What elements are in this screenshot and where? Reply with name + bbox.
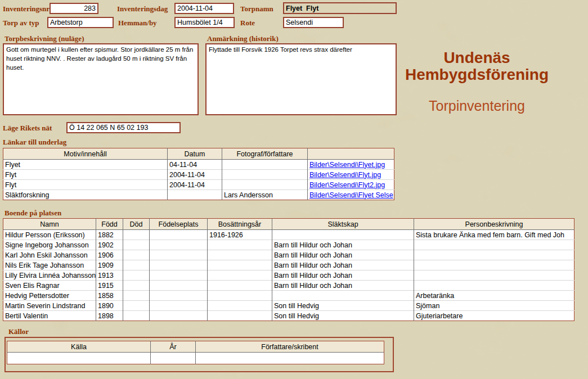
torp-av-typ-field[interactable] <box>47 17 114 28</box>
table-cell: 1909 <box>96 260 123 270</box>
torpbeskrivning-label: Torpbeskrivning (nuläge) <box>5 34 84 43</box>
table-cell <box>150 250 208 260</box>
table-cell: 1882 <box>96 230 123 240</box>
file-link[interactable]: Bilder\Selsendi\Flyet Selse <box>309 191 393 199</box>
table-cell: Bilder\Selsendi\Flyet.jpg <box>308 160 394 170</box>
table-cell <box>123 311 150 321</box>
table-cell: Barn till Hildur och Johan <box>272 270 414 281</box>
table-cell <box>208 291 272 301</box>
table-row: Flyt2004-11-04Bilder\Selsendi\Flyt.jpg <box>3 170 394 180</box>
file-link[interactable]: Bilder\Selsendi\Flyet.jpg <box>309 161 385 169</box>
anmarkning-textarea[interactable]: Flyttade till Forsvik 1926 Torpet revs s… <box>205 43 397 115</box>
table-cell: Bilder\Selsendi\Flyt2.jpg <box>308 180 394 190</box>
table-cell: 1858 <box>96 291 123 301</box>
table-row: Sven Elis Ragnar1915Barn till Hildur och… <box>3 281 574 291</box>
table-row: Martin Severin Lindstrand1890Son till He… <box>3 301 574 311</box>
table-cell: Son till Hedvig <box>272 311 414 321</box>
file-link[interactable]: Bilder\Selsendi\Flyt.jpg <box>309 171 381 179</box>
residents-section-heading: Boende på platsen <box>5 209 61 218</box>
table-row: Signe Ingeborg Johansson1902Barn till Hi… <box>3 240 574 250</box>
table-cell <box>414 240 574 250</box>
table-cell <box>414 270 574 281</box>
table-row <box>7 353 384 364</box>
table-cell <box>150 281 208 291</box>
column-header: Datum <box>168 148 222 160</box>
torpinventering-form: Inventeringsnr Inventeringsdag Torpnamn … <box>0 0 588 379</box>
table-cell: Martin Severin Lindstrand <box>3 301 96 311</box>
table-row: Flyt2004-11-04Bilder\Selsendi\Flyt2.jpg <box>3 180 394 190</box>
table-cell <box>208 260 272 270</box>
table-cell <box>150 260 208 270</box>
inventeringsdag-field[interactable] <box>174 3 234 14</box>
table-cell <box>7 353 151 364</box>
column-header: Bosättningsår <box>208 219 272 230</box>
table-cell: Lilly Elvira Linnéa Johansson <box>3 270 96 281</box>
torp-av-typ-label: Torp av typ <box>3 19 39 28</box>
inventeringsnr-label: Inventeringsnr <box>3 4 50 13</box>
table-cell <box>196 353 384 364</box>
table-cell: Barn till Hildur och Johan <box>272 240 414 250</box>
table-cell <box>222 170 308 180</box>
column-header: Författare/skribent <box>196 341 384 353</box>
lage-field[interactable] <box>66 122 181 133</box>
table-cell <box>272 230 414 240</box>
table-cell <box>123 301 150 311</box>
app-subtitle: Torpinventering <box>394 98 560 114</box>
torpbeskrivning-textarea[interactable]: Gott om murtegel i kullen efter spismur.… <box>3 43 199 115</box>
table-cell: Karl John Eskil Johansson <box>3 250 96 260</box>
table-cell: Sista brukare Änka med fem barn. Gift me… <box>414 230 574 240</box>
table-cell <box>208 311 272 321</box>
sources-table-header-row: KällaÅrFörfattare/skribent <box>7 341 384 353</box>
table-cell: Flyet <box>3 160 168 170</box>
table-cell: Barn till Hildur och Johan <box>272 281 414 291</box>
table-cell: 1906 <box>96 250 123 260</box>
table-cell: Barn till Hildur och Johan <box>272 250 414 260</box>
table-cell <box>123 281 150 291</box>
table-cell <box>150 301 208 311</box>
sources-box: KällaÅrFörfattare/skribent <box>5 337 394 372</box>
file-link[interactable]: Bilder\Selsendi\Flyt2.jpg <box>309 181 385 189</box>
table-cell <box>414 260 574 270</box>
table-cell <box>208 250 272 260</box>
links-table-header-row: Motiv/innehållDatumFotograf/författare <box>3 148 394 160</box>
table-cell <box>151 353 196 364</box>
inventeringsnr-field[interactable] <box>50 3 98 14</box>
table-cell <box>414 281 574 291</box>
anmarkning-label: Anmärkning (historik) <box>207 34 279 43</box>
column-header: Fotograf/författare <box>222 148 308 160</box>
table-cell: 04-11-04 <box>168 160 222 170</box>
rote-field[interactable] <box>283 17 344 28</box>
table-cell: Sjöman <box>414 301 574 311</box>
torpnamn-label: Torpnamn <box>240 4 273 13</box>
table-cell: Släktforskning <box>3 190 168 200</box>
table-cell: Hedvig Pettersdotter <box>3 291 96 301</box>
table-cell: Bertil Valentin <box>3 311 96 321</box>
table-row: SläktforskningLars AnderssonBilder\Selse… <box>3 190 394 200</box>
table-cell <box>168 190 222 200</box>
column-header: Motiv/innehåll <box>3 148 168 160</box>
table-row: Hedvig Pettersdotter1858Arbetaränka <box>3 291 574 301</box>
table-cell <box>208 281 272 291</box>
sources-section-heading: Källor <box>8 327 29 336</box>
table-cell <box>150 240 208 250</box>
table-cell: Sven Elis Ragnar <box>3 281 96 291</box>
table-cell: Son till Hedvig <box>272 301 414 311</box>
hemman-by-field[interactable] <box>174 17 235 28</box>
torpnamn-field[interactable] <box>283 2 397 14</box>
table-cell <box>208 240 272 250</box>
links-section-heading: Länkar till underlag <box>3 138 66 147</box>
table-cell: 1902 <box>96 240 123 250</box>
table-row: Nils Erik Tage Johansson1909Barn till Hi… <box>3 260 574 270</box>
lage-label: Läge Rikets nät <box>3 124 52 133</box>
table-cell: 1890 <box>96 301 123 311</box>
table-cell <box>123 270 150 281</box>
residents-table-header-row: NamnFöddDödFödelseplatsBosättningsårSläk… <box>3 219 574 230</box>
column-header: Källa <box>7 341 151 353</box>
table-row: Bertil Valentin1898Son till HedvigGjuter… <box>3 311 574 321</box>
table-cell: Bilder\Selsendi\Flyt.jpg <box>308 170 394 180</box>
links-table: Motiv/innehållDatumFotograf/författare F… <box>3 148 394 200</box>
table-row: Karl John Eskil Johansson1906Barn till H… <box>3 250 574 260</box>
table-cell <box>150 270 208 281</box>
column-header: Namn <box>3 219 96 230</box>
column-header: Släktskap <box>272 219 414 230</box>
